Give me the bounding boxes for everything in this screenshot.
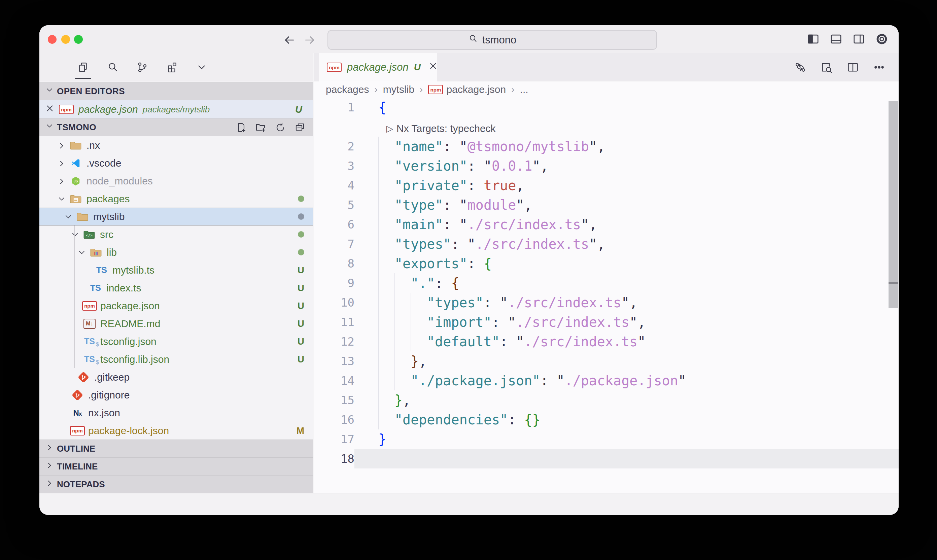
code-line-9[interactable]: 9".": { <box>314 273 899 293</box>
tree-item-node-modules[interactable]: JSnode_modules <box>39 172 313 190</box>
tree-item-package-lock-json[interactable]: npmpackage-lock.jsonM <box>39 422 313 440</box>
tree-item-nx[interactable]: .nx <box>39 136 313 154</box>
code-token: "exports" <box>394 256 468 271</box>
titlebar[interactable]: tsmono <box>39 25 899 53</box>
code-token: } <box>378 431 386 447</box>
breadcrumb-item-packagejson[interactable]: npmpackage.json <box>428 84 506 95</box>
tree-item-vscode[interactable]: .vscode <box>39 154 313 172</box>
open-changes-icon[interactable] <box>794 61 807 74</box>
code-line-7[interactable]: 7"types": "./src/index.ts", <box>314 234 899 254</box>
code-token: , <box>524 197 532 213</box>
split-editor-icon[interactable] <box>846 61 860 74</box>
scrollbar-slider-tail[interactable] <box>889 284 898 308</box>
code-line-content: } <box>354 429 899 449</box>
breadcrumb-label: mytslib <box>383 84 414 95</box>
code-token: ./src/index.ts <box>508 295 621 310</box>
code-token: " <box>500 295 508 310</box>
line-number: 2 <box>314 137 354 156</box>
open-editors-header[interactable]: OPEN EDITORS <box>39 82 313 100</box>
refresh-icon[interactable] <box>275 122 286 133</box>
tree-item-label: package-lock.json <box>88 425 169 437</box>
code-line-11[interactable]: 11"import": "./src/index.ts", <box>314 312 899 332</box>
panel-outline[interactable]: OUTLINE <box>39 440 313 457</box>
code-line-8[interactable]: 8"exports": { <box>314 254 899 273</box>
open-preview-icon[interactable] <box>820 61 833 74</box>
panel-label: TIMELINE <box>57 462 98 472</box>
code-line-content: "exports": { <box>354 254 899 273</box>
tree-item-tsconfig-json[interactable]: TStsconfig.jsonU <box>39 332 313 350</box>
code-token: "type" <box>394 197 443 213</box>
git-icon <box>77 372 89 383</box>
breadcrumb-item-packages[interactable]: packages <box>326 84 369 95</box>
codelens-content: ▷Nx Targets: typecheck <box>354 117 899 137</box>
traffic-light-close[interactable] <box>48 35 57 44</box>
breadcrumb-item-[interactable]: ... <box>520 84 528 95</box>
tree-item-gitignore[interactable]: .gitignore <box>39 386 313 404</box>
code-token: "main" <box>394 217 443 232</box>
activity-extensions-icon[interactable] <box>160 55 183 79</box>
code-line-16[interactable]: 16"dependencies": {} <box>314 410 899 429</box>
code-line-12[interactable]: 12"default": "./src/index.ts" <box>314 332 899 351</box>
code-line-5[interactable]: 5"type": "module", <box>314 195 899 215</box>
new-folder-icon[interactable] <box>255 122 266 133</box>
code-line-14[interactable]: 14"./package.json": "./package.json" <box>314 371 899 391</box>
activity-source-control-icon[interactable] <box>131 55 154 79</box>
indent-guide <box>378 273 394 293</box>
tree-item-readme-md[interactable]: M↓README.mdU <box>39 315 313 332</box>
layout-sidebar-right-icon[interactable] <box>852 32 866 46</box>
activity-search-icon[interactable] <box>101 55 124 79</box>
tree-item-src[interactable]: </>src <box>39 226 313 243</box>
tree-item-gitkeep[interactable]: .gitkeep <box>39 368 313 386</box>
code-line-4[interactable]: 4"private": true, <box>314 176 899 195</box>
activity-files-icon[interactable] <box>72 55 95 79</box>
traffic-light-maximize[interactable] <box>74 35 83 44</box>
tree-item-tsconfig-lib-json[interactable]: TStsconfig.lib.jsonU <box>39 350 313 368</box>
tree-item-package-json[interactable]: npmpackage.jsonU <box>39 297 313 315</box>
more-actions-icon[interactable] <box>872 61 886 74</box>
panel-notepads[interactable]: NOTEPADS <box>39 475 313 493</box>
layout-sidebar-left-icon[interactable] <box>806 32 820 46</box>
tree-item-packages[interactable]: packages <box>39 190 313 208</box>
modified-dot <box>298 249 304 255</box>
code-line-10[interactable]: 10"types": "./src/index.ts", <box>314 293 899 312</box>
code-line-17[interactable]: 17} <box>314 429 899 449</box>
tree-item-index-ts[interactable]: TSindex.tsU <box>39 279 313 297</box>
settings-gear-icon[interactable] <box>875 32 889 46</box>
tab-package-json[interactable]: npmpackage.jsonU <box>319 53 437 82</box>
codelens-row[interactable]: ▷Nx Targets: typecheck <box>314 117 899 137</box>
tree-item-lib[interactable]: lib <box>39 243 313 261</box>
git-icon <box>71 390 83 400</box>
code-line-3[interactable]: 3"version": "0.0.1", <box>314 156 899 176</box>
explorer-header[interactable]: TSMONO <box>39 118 313 136</box>
code-line-15[interactable]: 15}, <box>314 391 899 410</box>
breadcrumb-item-mytslib[interactable]: mytslib <box>383 84 414 95</box>
panel-timeline[interactable]: TIMELINE <box>39 457 313 475</box>
forward-arrow-icon[interactable] <box>303 33 317 48</box>
code-line-content: }, <box>354 351 899 371</box>
activity-chevron-down-icon[interactable] <box>190 55 213 79</box>
code-line-content: "import": "./src/index.ts", <box>354 312 899 332</box>
tree-item-nx-json[interactable]: Nxnx.json <box>39 404 313 422</box>
codelens-nx-targets[interactable]: ▷Nx Targets: typecheck <box>386 119 496 138</box>
new-file-icon[interactable] <box>235 122 247 133</box>
code-line-6[interactable]: 6"main": "./src/index.ts", <box>314 215 899 234</box>
code-line-1[interactable]: 1{ <box>314 98 899 117</box>
close-icon[interactable] <box>428 61 438 74</box>
collapse-all-icon[interactable] <box>294 122 306 133</box>
open-editor-item[interactable]: npmpackage.jsonpackages/mytslibU <box>39 100 313 118</box>
tree-item-mytslib[interactable]: mytslib <box>39 208 313 226</box>
code-token: "private" <box>394 178 468 193</box>
code-line-13[interactable]: 13}, <box>314 351 899 371</box>
code-line-18[interactable]: 18 <box>314 449 899 468</box>
back-arrow-icon[interactable] <box>282 33 297 48</box>
code-line-2[interactable]: 2"name": "@tsmono/mytslib", <box>314 137 899 156</box>
layout-panel-icon[interactable] <box>829 32 843 46</box>
indent-guide <box>378 351 394 371</box>
close-icon[interactable] <box>45 103 55 116</box>
traffic-light-minimize[interactable] <box>61 35 70 44</box>
command-center-search[interactable]: tsmono <box>328 30 657 50</box>
tree-item-mytslib-ts[interactable]: TSmytslib.tsU <box>39 261 313 279</box>
scrollbar-slider[interactable] <box>889 101 898 282</box>
code-editor[interactable]: 1{▷Nx Targets: typecheck2"name": "@tsmon… <box>314 98 899 493</box>
breadcrumb-separator: › <box>511 84 514 95</box>
